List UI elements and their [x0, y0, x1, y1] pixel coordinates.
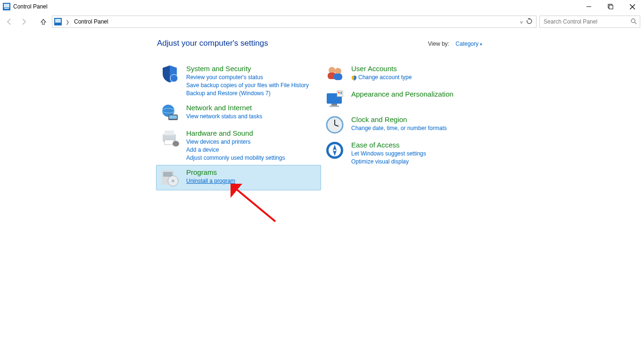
page-title: Adjust your computer's settings — [157, 39, 268, 48]
svg-rect-34 — [339, 92, 340, 93]
sublink-mobility-settings[interactable]: Adjust commonly used mobility settings — [186, 154, 318, 162]
forward-button[interactable] — [18, 16, 29, 27]
minimize-button[interactable] — [578, 0, 600, 13]
users-icon — [325, 64, 345, 84]
refresh-button[interactable] — [525, 18, 534, 26]
category-title-link[interactable]: Appearance and Personalization — [351, 90, 454, 98]
svg-rect-9 — [55, 19, 61, 23]
svg-rect-5 — [609, 5, 613, 9]
category-clock-region: Clock and Region Change date, time, or n… — [321, 112, 486, 138]
svg-rect-1 — [4, 4, 9, 8]
svg-point-12 — [170, 74, 178, 82]
svg-rect-19 — [165, 140, 174, 145]
svg-rect-35 — [341, 92, 342, 93]
svg-rect-28 — [334, 74, 342, 80]
svg-rect-16 — [169, 115, 177, 119]
svg-rect-18 — [165, 131, 174, 135]
svg-line-11 — [635, 22, 636, 24]
address-bar[interactable]: ❯ Control Panel ⅴ — [52, 16, 537, 28]
svg-rect-31 — [330, 106, 339, 107]
sublink-optimize-display[interactable]: Optimize visual display — [351, 158, 483, 166]
category-title-link[interactable]: System and Security — [186, 65, 251, 73]
close-button[interactable] — [621, 0, 643, 13]
uac-shield-icon — [351, 75, 357, 81]
svg-point-20 — [173, 141, 179, 147]
category-network: Network and Internet View network status… — [156, 100, 321, 126]
ease-of-access-icon — [325, 140, 345, 160]
svg-rect-30 — [331, 104, 337, 106]
sublink-add-device[interactable]: Add a device — [186, 146, 318, 154]
svg-rect-38 — [341, 93, 342, 94]
category-title-link[interactable]: Ease of Access — [351, 141, 400, 149]
printer-icon — [160, 129, 180, 148]
sublink-change-account-type[interactable]: Change account type — [351, 74, 483, 82]
sublink-backup-restore[interactable]: Backup and Restore (Windows 7) — [186, 90, 318, 98]
up-button[interactable] — [38, 16, 49, 27]
search-input[interactable] — [543, 18, 630, 25]
content: Adjust your computer's settings View by:… — [0, 30, 644, 190]
window-title: Control Panel — [13, 3, 48, 10]
shield-icon — [160, 64, 180, 84]
globe-icon — [160, 103, 180, 123]
category-appearance: Appearance and Personalization — [321, 87, 486, 112]
view-by: View by: Category▾ — [428, 41, 482, 47]
category-title-link[interactable]: Clock and Region — [351, 115, 407, 123]
clock-icon — [325, 115, 345, 135]
sublink-file-history[interactable]: Save backup copies of your files with Fi… — [186, 82, 318, 90]
breadcrumb[interactable]: Control Panel — [73, 18, 109, 25]
svg-rect-2 — [4, 8, 9, 9]
disc-box-icon — [160, 168, 180, 188]
back-button[interactable] — [4, 16, 15, 27]
category-title-link[interactable]: Programs — [186, 168, 217, 176]
svg-rect-36 — [338, 93, 339, 94]
search-icon — [630, 18, 637, 26]
svg-point-24 — [172, 180, 174, 182]
control-panel-icon — [54, 18, 62, 25]
maximize-button[interactable] — [600, 0, 621, 13]
svg-point-27 — [335, 68, 341, 74]
svg-rect-37 — [339, 93, 340, 94]
category-title-link[interactable]: Hardware and Sound — [186, 129, 253, 137]
view-by-dropdown[interactable]: Category▾ — [455, 41, 482, 47]
search-box[interactable] — [539, 16, 640, 28]
sublink-date-time-formats[interactable]: Change date, time, or number formats — [351, 124, 483, 132]
category-ease-of-access: Ease of Access Let Windows suggest setti… — [321, 138, 486, 169]
category-hardware: Hardware and Sound View devices and prin… — [156, 126, 321, 165]
dropdown-caret-icon[interactable]: ⅴ — [520, 19, 523, 24]
sublink-review-status[interactable]: Review your computer's status — [186, 74, 318, 82]
svg-point-10 — [631, 19, 635, 23]
sublink-network-status[interactable]: View network status and tasks — [186, 113, 318, 121]
chevron-right-icon: ❯ — [64, 19, 71, 24]
category-programs: Programs Uninstall a program — [156, 165, 321, 190]
svg-rect-33 — [338, 92, 339, 93]
monitor-icon — [325, 90, 345, 109]
toolbar: ❯ Control Panel ⅴ — [0, 13, 644, 30]
titlebar: Control Panel — [0, 0, 644, 13]
sublink-uninstall-program[interactable]: Uninstall a program — [186, 177, 318, 185]
view-by-label: View by: — [428, 41, 449, 47]
category-system-security: System and Security Review your computer… — [156, 61, 321, 100]
category-user-accounts: User Accounts Change account type — [321, 61, 486, 87]
category-title-link[interactable]: User Accounts — [351, 65, 397, 73]
sublink-suggest-settings[interactable]: Let Windows suggest settings — [351, 150, 483, 158]
category-title-link[interactable]: Network and Internet — [186, 104, 252, 112]
svg-line-44 — [234, 188, 275, 221]
sublink-devices-printers[interactable]: View devices and printers — [186, 138, 318, 146]
control-panel-icon — [3, 3, 10, 10]
svg-point-25 — [329, 67, 335, 74]
